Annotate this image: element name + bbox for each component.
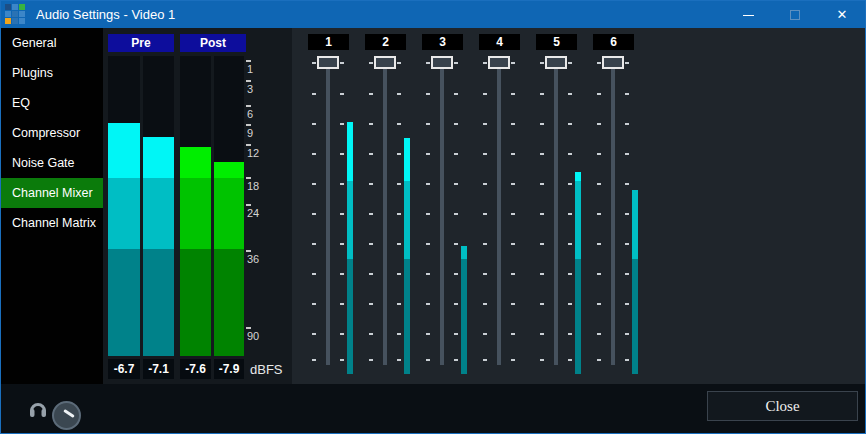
fader-tick [540, 123, 544, 125]
channel-mixer-panel: 123456 [292, 28, 866, 384]
fader-tick [511, 213, 515, 215]
sidebar-item-compressor[interactable]: Compressor [1, 118, 103, 148]
fader-tick [397, 183, 401, 185]
fader-tick [568, 273, 572, 275]
sidebar: GeneralPluginsEQCompressorNoise GateChan… [1, 28, 103, 384]
window-close-button[interactable]: ✕ [818, 1, 866, 28]
minimize-button[interactable] [726, 1, 771, 28]
pre-meter-column [108, 56, 140, 356]
fader-tick [540, 62, 544, 64]
fader-tick [540, 303, 544, 305]
meter-panel: Pre Post -6.7-7.1-7.6-7.9 13691218243690… [103, 28, 292, 384]
fader-track[interactable] [611, 69, 615, 365]
headphone-volume-knob[interactable] [52, 401, 81, 430]
fader-tick [597, 243, 601, 245]
pre-meter-fill [143, 137, 174, 356]
scale-tick-icon [246, 124, 251, 126]
fader-tick [340, 359, 344, 361]
sidebar-item-channel-matrix[interactable]: Channel Matrix [1, 208, 103, 238]
fader-track[interactable] [440, 69, 444, 365]
channel-number-label: 6 [593, 34, 634, 50]
fader-tick [426, 93, 430, 95]
fader-tick [340, 153, 344, 155]
fader-tick [540, 359, 544, 361]
channel-meter [461, 59, 467, 374]
fader-tick [511, 153, 515, 155]
fader-tick [454, 213, 458, 215]
fader-tick [312, 62, 316, 64]
fader-tick [483, 243, 487, 245]
pre-meter-column [143, 56, 174, 356]
fader-tick [454, 93, 458, 95]
fader-tick [483, 359, 487, 361]
fader-handle[interactable] [545, 56, 567, 69]
scale-number: 1 [247, 63, 253, 75]
fader-tick [426, 123, 430, 125]
fader-tick [568, 243, 572, 245]
scale-tick-icon [246, 177, 251, 179]
scale-tick-icon [246, 80, 251, 82]
fader-track[interactable] [383, 69, 387, 365]
fader-handle[interactable] [317, 56, 339, 69]
fader-tick [397, 359, 401, 361]
fader-tick [568, 303, 572, 305]
scale-number: 3 [247, 83, 253, 95]
fader-tick [597, 93, 601, 95]
maximize-icon [790, 10, 800, 20]
fader-tick [597, 333, 601, 335]
channel-meter [575, 59, 581, 374]
fader-tick [454, 183, 458, 185]
fader-tick [597, 153, 601, 155]
fader-tick [568, 183, 572, 185]
fader-handle[interactable] [431, 56, 453, 69]
fader-tick [454, 333, 458, 335]
fader-tick [369, 273, 373, 275]
post-level-value: -7.6 [180, 359, 211, 379]
fader-tick [312, 333, 316, 335]
close-button[interactable]: Close [707, 391, 858, 421]
sidebar-item-plugins[interactable]: Plugins [1, 58, 103, 88]
audio-settings-window: Audio Settings - Video 1 ✕ GeneralPlugin… [0, 0, 866, 434]
fader-track[interactable] [326, 69, 330, 365]
fader-handle[interactable] [488, 56, 510, 69]
pre-level-value: -7.1 [143, 359, 174, 379]
fader-tick [312, 123, 316, 125]
fader-tick [426, 273, 430, 275]
fader-tick [625, 213, 629, 215]
post-level-value: -7.9 [214, 359, 244, 379]
sidebar-item-channel-mixer[interactable]: Channel Mixer [1, 178, 103, 208]
fader-tick [454, 62, 458, 64]
fader-tick [483, 153, 487, 155]
fader-tick [312, 183, 316, 185]
fader-tick [397, 243, 401, 245]
fader-track[interactable] [497, 69, 501, 365]
fader-handle[interactable] [374, 56, 396, 69]
fader-tick [397, 213, 401, 215]
fader-tick [369, 303, 373, 305]
fader-tick [340, 243, 344, 245]
fader-tick [454, 303, 458, 305]
minimize-icon [743, 15, 754, 16]
sidebar-item-general[interactable]: General [1, 28, 103, 58]
fader-tick [568, 153, 572, 155]
fader-tick [597, 62, 601, 64]
channel-number-label: 2 [365, 34, 406, 50]
fader-tick [625, 243, 629, 245]
fader-tick [454, 123, 458, 125]
fader-tick [426, 303, 430, 305]
sidebar-item-eq[interactable]: EQ [1, 88, 103, 118]
fader-tick [397, 123, 401, 125]
fader-track[interactable] [554, 69, 558, 365]
channel-number-label: 1 [308, 34, 349, 50]
fader-tick [454, 359, 458, 361]
fader-tick [340, 273, 344, 275]
sidebar-item-noise-gate[interactable]: Noise Gate [1, 148, 103, 178]
fader-tick [340, 183, 344, 185]
fader-tick [483, 62, 487, 64]
headphones-icon[interactable] [28, 398, 48, 418]
post-meter-header: Post [180, 34, 246, 52]
fader-tick [369, 243, 373, 245]
fader-tick [397, 153, 401, 155]
scale-tick-icon [246, 144, 251, 146]
fader-handle[interactable] [602, 56, 624, 69]
